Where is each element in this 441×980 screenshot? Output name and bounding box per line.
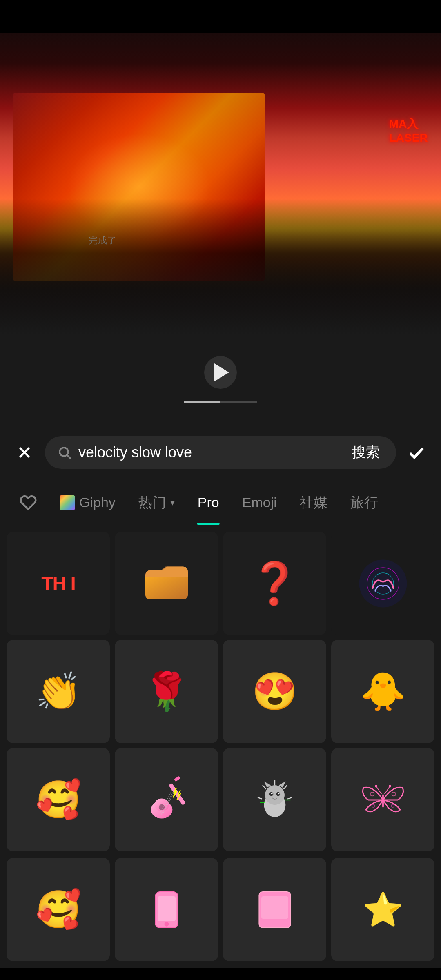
- sticker-partial-3[interactable]: [223, 858, 326, 961]
- svg-point-11: [158, 804, 164, 810]
- category-tabs: Giphy 热门 ▾ Pro Emoji 社媒 旅行: [0, 480, 441, 525]
- svg-rect-38: [158, 896, 176, 921]
- guitar-icon: [142, 775, 191, 824]
- travel-label: 旅行: [350, 493, 378, 512]
- face-partial-emoji: 🥰: [36, 888, 81, 931]
- svg-point-30: [370, 792, 374, 796]
- svg-line-17: [287, 797, 292, 799]
- sticker-grid: TH I ❓: [0, 525, 441, 858]
- svg-point-31: [392, 792, 396, 796]
- svg-rect-9: [168, 783, 185, 805]
- svg-line-3: [67, 455, 71, 459]
- social-label: 社媒: [300, 493, 327, 512]
- confirm-button[interactable]: [404, 440, 429, 465]
- sticker-cat-rock[interactable]: [223, 748, 326, 851]
- svg-point-26: [271, 793, 273, 794]
- max-laser-sign: MA入LASER: [389, 117, 428, 145]
- duck-emoji: 🐥: [360, 670, 406, 713]
- trending-label: 热门: [138, 493, 166, 512]
- sticker-partial-1[interactable]: 🥰: [7, 858, 110, 961]
- love-face-emoji: 😍: [252, 670, 298, 713]
- tab-favorites[interactable]: [8, 480, 48, 525]
- star-emoji: ⭐: [363, 891, 403, 929]
- svg-rect-41: [261, 896, 288, 919]
- close-icon: [17, 445, 32, 460]
- dj-icon: [356, 557, 410, 610]
- video-preview-section: 完成了 MA入LASER: [0, 33, 441, 335]
- svg-point-27: [278, 793, 279, 794]
- sticker-smiling-hearts[interactable]: 🥰: [7, 748, 110, 851]
- svg-point-33: [391, 804, 394, 807]
- check-icon: [408, 444, 425, 461]
- emoji-label: Emoji: [242, 494, 277, 510]
- svg-point-39: [164, 922, 169, 926]
- question-emoji: ❓: [249, 559, 300, 608]
- tab-trending[interactable]: 热门 ▾: [127, 480, 186, 525]
- svg-point-21: [265, 785, 285, 805]
- sticker-question-mark[interactable]: ❓: [223, 532, 326, 635]
- tab-social[interactable]: 社媒: [288, 480, 339, 525]
- giphy-label: Giphy: [79, 494, 116, 510]
- rose-emoji: 🌹: [144, 670, 189, 713]
- tab-emoji[interactable]: Emoji: [231, 480, 288, 525]
- folder-icon: [140, 557, 193, 610]
- cat-rock-icon: [250, 775, 299, 824]
- video-gradient-overlay: [0, 199, 441, 335]
- sticker-rubber-duck[interactable]: 🐥: [331, 640, 434, 743]
- sticker-grid-bottom: 🥰 ⭐: [0, 858, 441, 968]
- tab-pro[interactable]: Pro: [186, 480, 231, 525]
- play-button[interactable]: [204, 356, 237, 389]
- chevron-down-icon: ▾: [170, 497, 175, 508]
- pro-label: Pro: [198, 494, 219, 510]
- sticker-partial-4[interactable]: ⭐: [331, 858, 434, 961]
- search-input[interactable]: [78, 444, 341, 461]
- svg-line-19: [258, 797, 262, 799]
- tab-travel[interactable]: 旅行: [339, 480, 390, 525]
- progress-bar[interactable]: [184, 401, 257, 403]
- sticker-dj-hands[interactable]: [331, 532, 434, 635]
- svg-point-2: [60, 448, 68, 456]
- svg-point-32: [372, 804, 374, 807]
- hearts-emoji: 🥰: [36, 778, 81, 821]
- svg-point-34: [381, 794, 384, 808]
- close-button[interactable]: [12, 440, 37, 465]
- sticker-text-content: TH I: [41, 572, 75, 595]
- sticker-butterfly[interactable]: [331, 748, 434, 851]
- heart-icon: [20, 494, 37, 511]
- svg-point-4: [359, 559, 407, 607]
- search-icon: [57, 445, 72, 460]
- svg-line-18: [263, 785, 266, 789]
- search-button[interactable]: 搜索: [348, 443, 384, 462]
- pink-phone-icon: [144, 887, 189, 932]
- playback-area: [0, 335, 441, 425]
- butterfly-icon: [359, 775, 408, 824]
- svg-point-35: [375, 785, 377, 787]
- clap-emoji: 👏: [36, 670, 81, 713]
- sticker-clapping-hands[interactable]: 👏: [7, 640, 110, 743]
- sticker-partial-2[interactable]: [115, 858, 218, 961]
- svg-line-16: [283, 785, 287, 789]
- video-frame: 完成了 MA入LASER: [0, 33, 441, 335]
- sticker-folder[interactable]: [115, 532, 218, 635]
- giphy-icon: [60, 495, 75, 510]
- sticker-th-text[interactable]: TH I: [7, 532, 110, 635]
- search-area: 搜索: [0, 425, 441, 480]
- tab-giphy[interactable]: Giphy: [48, 480, 127, 525]
- play-icon: [214, 363, 229, 381]
- svg-rect-10: [174, 776, 180, 782]
- sticker-rose[interactable]: 🌹: [115, 640, 218, 743]
- svg-point-36: [388, 785, 391, 787]
- search-input-container: 搜索: [45, 436, 396, 469]
- pink-card-icon: [252, 887, 297, 932]
- progress-fill: [184, 401, 220, 403]
- sticker-love-face[interactable]: 😍: [223, 640, 326, 743]
- sticker-guitar[interactable]: [115, 748, 218, 851]
- status-bar: [0, 0, 441, 33]
